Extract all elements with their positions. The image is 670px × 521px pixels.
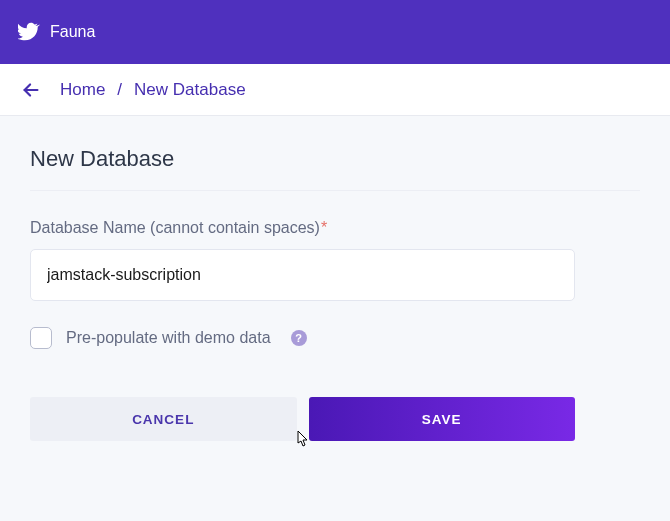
breadcrumb-home[interactable]: Home [60,80,105,100]
page-title: New Database [30,146,640,191]
back-arrow-icon[interactable] [20,79,42,101]
save-button[interactable]: SAVE [309,397,576,441]
database-name-group: Database Name (cannot contain spaces)* [30,219,640,301]
breadcrumb-current: New Database [134,80,246,100]
cancel-button[interactable]: CANCEL [30,397,297,441]
breadcrumb: Home / New Database [60,80,246,100]
brand-name: Fauna [50,23,95,41]
demo-data-checkbox[interactable] [30,327,52,349]
help-icon[interactable]: ? [291,330,307,346]
breadcrumb-separator: / [117,80,122,100]
button-row: CANCEL SAVE [30,397,575,441]
demo-data-row: Pre-populate with demo data ? [30,327,640,349]
required-asterisk: * [321,219,327,236]
breadcrumb-bar: Home / New Database [0,64,670,116]
content-area: New Database Database Name (cannot conta… [0,116,670,481]
demo-data-label: Pre-populate with demo data [66,329,271,347]
app-header: Fauna [0,0,670,64]
label-text: Database Name (cannot contain spaces) [30,219,320,236]
database-name-input[interactable] [30,249,575,301]
database-name-label: Database Name (cannot contain spaces)* [30,219,640,237]
bird-logo-icon [18,21,40,43]
